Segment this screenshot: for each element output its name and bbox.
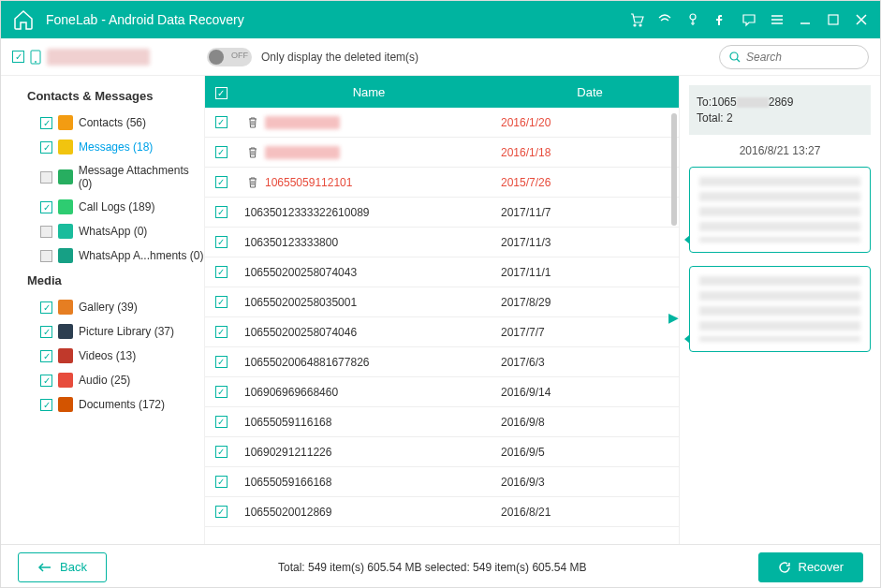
table-row[interactable]: 1065502002580740462017/7/7 [205, 317, 679, 347]
table-row[interactable]: 1063501233338002017/11/3 [205, 228, 679, 257]
key-icon[interactable] [685, 12, 700, 27]
table-row[interactable]: 106350123333226100892017/11/7 [205, 198, 679, 228]
row-name: 10635012333322610089 [237, 206, 501, 219]
row-name: 10655059166168 [237, 476, 501, 489]
category-icon [58, 224, 73, 239]
row-checkbox[interactable] [215, 476, 228, 488]
message-bubble[interactable] [689, 266, 871, 352]
row-name: 10655059116168 [237, 416, 501, 429]
sidebar-checkbox[interactable] [40, 141, 52, 154]
minimize-icon[interactable] [798, 12, 813, 27]
table-row[interactable]: 2016/1/20 [205, 108, 679, 138]
row-checkbox[interactable] [215, 206, 228, 218]
sidebar-item[interactable]: Audio (25) [14, 368, 204, 392]
row-checkbox[interactable] [215, 296, 228, 308]
maximize-icon[interactable] [826, 12, 841, 27]
sidebar-checkbox[interactable] [40, 375, 52, 387]
category-icon [58, 373, 73, 388]
sidebar-item[interactable]: Picture Library (37) [14, 319, 204, 344]
header-date[interactable]: Date [501, 85, 679, 99]
row-date: 2017/6/3 [501, 356, 679, 369]
sidebar-item[interactable]: WhatsApp (0) [14, 219, 204, 243]
row-checkbox[interactable] [215, 236, 228, 248]
back-label: Back [60, 560, 87, 574]
sidebar-item-label: WhatsApp A...hments (0) [79, 249, 203, 262]
sidebar-item[interactable]: Documents (172) [14, 392, 204, 417]
row-checkbox[interactable] [215, 326, 228, 338]
select-all-checkbox[interactable]: ✓ [215, 87, 228, 99]
category-icon [58, 140, 73, 154]
expand-arrow-icon[interactable]: ▶ [668, 310, 679, 325]
close-icon[interactable] [854, 12, 869, 27]
sidebar-item[interactable]: Message Attachments (0) [14, 159, 204, 195]
table-row[interactable]: 106550591161682016/9/8 [205, 407, 679, 437]
sidebar-item[interactable]: WhatsApp A...hments (0) [14, 243, 204, 268]
table-header: ✓ Name Date [205, 76, 679, 108]
sidebar-checkbox[interactable] [40, 117, 52, 129]
scrollbar[interactable] [671, 113, 677, 226]
sidebar-checkbox[interactable] [40, 171, 52, 184]
message-bubble[interactable] [689, 167, 871, 253]
table-row[interactable]: 106550200648816778262017/6/3 [205, 347, 679, 377]
facebook-icon[interactable] [713, 12, 728, 27]
chat-icon[interactable] [742, 12, 756, 27]
sidebar-item[interactable]: Contacts (56) [14, 110, 204, 135]
svg-point-0 [634, 24, 636, 26]
table-row[interactable]: 1065502002580740432017/11/1 [205, 257, 679, 287]
row-checkbox[interactable] [215, 506, 228, 518]
sidebar-item[interactable]: Call Logs (189) [14, 195, 204, 219]
row-date: 2016/9/8 [501, 416, 679, 429]
table-row[interactable]: 106550591121012015/7/26 [205, 168, 679, 198]
svg-point-5 [36, 61, 37, 62]
sidebar-checkbox[interactable] [40, 350, 52, 362]
row-date: 2017/11/7 [501, 206, 679, 219]
row-checkbox[interactable] [215, 446, 228, 458]
header-name[interactable]: Name [237, 85, 501, 99]
table-row[interactable]: 1069069696684602016/9/14 [205, 377, 679, 407]
message-timestamp: 2016/8/21 13:27 [689, 144, 871, 157]
table-row[interactable]: 106550200128692016/8/21 [205, 497, 679, 527]
table-row[interactable]: 106902912112262016/9/5 [205, 437, 679, 467]
sidebar-checkbox[interactable] [40, 326, 52, 338]
category-icon [58, 348, 73, 363]
row-name: 10690291211226 [237, 446, 501, 459]
back-arrow-icon [37, 562, 52, 573]
sidebar-checkbox[interactable] [40, 301, 52, 314]
row-checkbox[interactable] [215, 176, 228, 188]
row-checkbox[interactable] [215, 416, 228, 428]
device-selector[interactable]: ✓ [12, 49, 199, 66]
row-checkbox[interactable] [215, 386, 228, 398]
row-name [237, 116, 501, 129]
deleted-only-toggle[interactable]: OFF [207, 48, 252, 66]
sidebar-checkbox[interactable] [40, 201, 52, 213]
sidebar-checkbox[interactable] [40, 226, 52, 238]
row-checkbox[interactable] [215, 146, 228, 158]
device-checkbox[interactable]: ✓ [12, 51, 24, 63]
blurred-text [265, 146, 340, 159]
table-row[interactable]: 106550591661682016/9/3 [205, 467, 679, 497]
row-checkbox[interactable] [215, 266, 228, 278]
category-icon [58, 199, 73, 214]
sidebar-checkbox[interactable] [40, 399, 52, 411]
sidebar-item-label: Call Logs (189) [79, 200, 154, 213]
table-row[interactable]: 2016/1/18 [205, 138, 679, 168]
table-body[interactable]: 2016/1/202016/1/18106550591121012015/7/2… [205, 108, 679, 544]
home-icon[interactable] [12, 8, 35, 31]
back-button[interactable]: Back [18, 552, 107, 582]
sidebar-checkbox[interactable] [40, 250, 52, 262]
search-box[interactable] [719, 45, 869, 69]
row-name: 106550200258074046 [237, 326, 501, 339]
search-input[interactable] [746, 51, 859, 64]
sidebar-item[interactable]: Gallery (39) [14, 295, 204, 319]
row-name: 106550200258035001 [237, 296, 501, 309]
wifi-icon[interactable] [657, 12, 672, 27]
sidebar-item[interactable]: Videos (13) [14, 344, 204, 368]
recover-button[interactable]: Recover [758, 552, 863, 582]
message-info: To:10652869 Total: 2 [689, 85, 871, 135]
table-row[interactable]: 1065502002580350012017/8/29 [205, 287, 679, 317]
menu-icon[interactable] [770, 12, 785, 27]
cart-icon[interactable] [629, 12, 644, 27]
sidebar-item[interactable]: Messages (18) [14, 135, 204, 159]
row-checkbox[interactable] [215, 356, 228, 368]
row-checkbox[interactable] [215, 116, 228, 128]
